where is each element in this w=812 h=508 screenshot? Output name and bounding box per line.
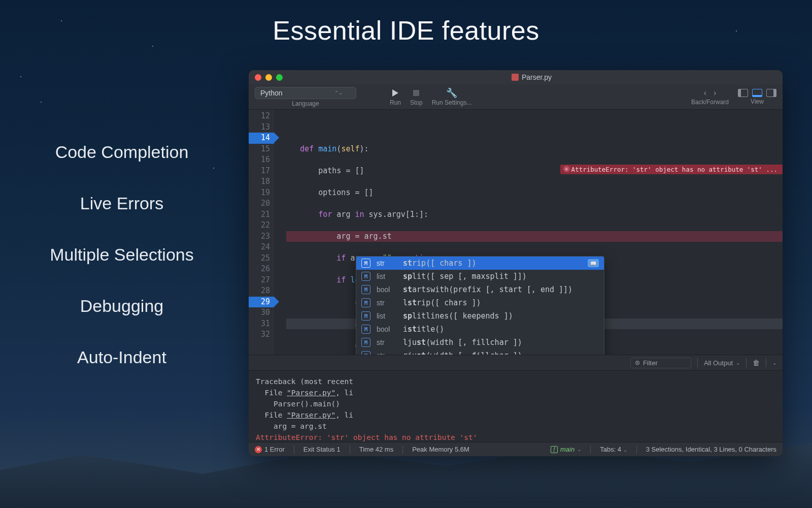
chevron-updown-icon: ⌃⌄ bbox=[334, 90, 343, 96]
wrench-icon[interactable]: 🔧 bbox=[446, 87, 457, 99]
status-exit: Exit Status 1 bbox=[303, 446, 341, 453]
view-editor-button[interactable] bbox=[752, 89, 762, 97]
inline-error-badge[interactable]: AttributeError: 'str' object has no attr… bbox=[560, 165, 783, 174]
window-title: Parser.py bbox=[522, 73, 552, 81]
hero-title: Essential IDE features bbox=[0, 15, 812, 46]
feature-item: Code Completion bbox=[30, 142, 213, 162]
autocomplete-item[interactable]: Mlist split([ sep [, maxsplit ]]) bbox=[356, 270, 604, 283]
autocomplete-item[interactable]: Mstr rjust(width [, fillchar ]) bbox=[356, 349, 604, 355]
ide-window: Parser.py Python⌃⌄ Language Run Stop 🔧 R… bbox=[249, 70, 783, 456]
status-errors[interactable]: ✕ 1 Error bbox=[255, 446, 285, 453]
view-left-panel-button[interactable] bbox=[738, 89, 748, 97]
status-tabs[interactable]: Tabs: 4 ⌄ bbox=[600, 446, 627, 453]
feature-item: Debugging bbox=[30, 296, 213, 316]
gutter: 1213141516171819202122232425262728293031… bbox=[249, 110, 274, 355]
autocomplete-item[interactable]: Mstr ljust(width [, fillchar ]) bbox=[356, 336, 604, 349]
autocomplete-item[interactable]: Mbool startswith(prefix [, start [, end … bbox=[356, 283, 604, 296]
function-icon: ƒ bbox=[551, 446, 558, 453]
maximize-icon[interactable] bbox=[276, 74, 283, 81]
console-output[interactable]: Traceback (most recent File "Parser.py",… bbox=[249, 371, 783, 442]
feature-item: Multiple Selections bbox=[30, 245, 213, 265]
filter-input[interactable]: ⊜ Filter bbox=[630, 358, 691, 368]
doc-icon[interactable]: 📖 bbox=[588, 259, 599, 267]
status-memory: Peak Memory 5.6M bbox=[412, 446, 469, 453]
run-label: Run bbox=[390, 99, 401, 106]
minimize-icon[interactable] bbox=[265, 74, 272, 81]
error-icon: ✕ bbox=[255, 446, 262, 453]
view-label: View bbox=[751, 98, 764, 105]
code-editor[interactable]: 1213141516171819202122232425262728293031… bbox=[249, 110, 783, 355]
back-button[interactable]: ‹ bbox=[704, 88, 706, 98]
language-label: Language bbox=[292, 100, 319, 107]
filter-icon: ⊜ bbox=[635, 359, 640, 366]
autocomplete-item[interactable]: Mbool istitle() bbox=[356, 323, 604, 336]
stop-button[interactable] bbox=[413, 90, 419, 96]
status-function[interactable]: ƒ main⌄ bbox=[551, 446, 581, 453]
forward-button[interactable]: › bbox=[714, 88, 716, 98]
feature-item: Live Errors bbox=[30, 194, 213, 213]
back-forward-label: Back/Forward bbox=[691, 99, 729, 106]
status-time: Time 42 ms bbox=[359, 446, 393, 453]
method-icon: M bbox=[361, 259, 370, 268]
autocomplete-popup[interactable]: M str strip([ chars ]) 📖 Mlist split([ s… bbox=[356, 256, 604, 355]
autocomplete-item[interactable]: M str strip([ chars ]) 📖 bbox=[356, 257, 604, 270]
autocomplete-item[interactable]: Mlist splitlines([ keepends ]) bbox=[356, 309, 604, 323]
chevron-down-icon[interactable]: ⌄ bbox=[772, 360, 776, 366]
feature-item: Auto-Indent bbox=[30, 347, 213, 367]
close-icon[interactable] bbox=[255, 74, 261, 81]
view-right-panel-button[interactable] bbox=[766, 89, 776, 97]
autocomplete-item[interactable]: Mstr lstrip([ chars ]) bbox=[356, 296, 604, 309]
stop-label: Stop bbox=[410, 99, 423, 106]
trash-icon[interactable]: 🗑 bbox=[753, 359, 760, 367]
run-settings-label: Run Settings... bbox=[432, 99, 472, 106]
run-button[interactable] bbox=[392, 89, 398, 97]
output-mode-select[interactable]: All Output⌄ bbox=[704, 359, 740, 367]
status-selections: 3 Selections, Identical, 3 Lines, 0 Char… bbox=[646, 446, 776, 453]
language-select[interactable]: Python⌃⌄ bbox=[255, 87, 356, 99]
file-icon bbox=[512, 74, 519, 81]
